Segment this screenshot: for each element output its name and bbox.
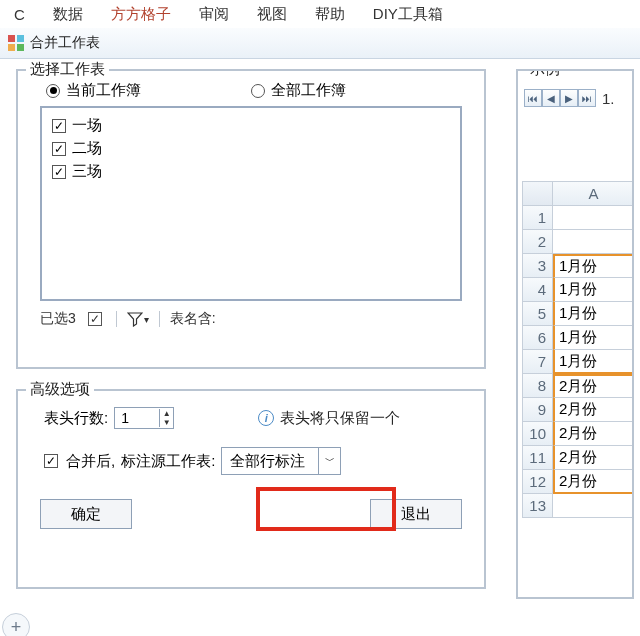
menu-item-c[interactable]: C [14, 6, 25, 23]
worksheet-list[interactable]: 一场 二场 三场 [40, 106, 462, 301]
annotate-select-value: 全部行标注 [222, 452, 318, 471]
menu-item-review[interactable]: 审阅 [199, 5, 229, 24]
list-item-label: 二场 [72, 139, 102, 158]
info-icon: i [258, 410, 274, 426]
row-header[interactable]: 7 [523, 350, 553, 374]
cell[interactable]: 1月份 [553, 302, 634, 326]
dialog-titlebar: 合并工作表 [0, 28, 640, 59]
header-rows-stepper[interactable]: 1 ▲ ▼ [114, 407, 174, 429]
spin-up-icon[interactable]: ▲ [160, 409, 173, 418]
radio-current-workbook[interactable]: 当前工作簿 [46, 81, 141, 100]
row-header[interactable]: 2 [523, 230, 553, 254]
grid-corner[interactable] [523, 182, 553, 206]
funnel-icon [127, 311, 143, 327]
radio-all-workbooks[interactable]: 全部工作簿 [251, 81, 346, 100]
cell[interactable] [553, 230, 634, 254]
header-rows-label: 表头行数: [44, 409, 108, 428]
selected-count-label: 已选3 [40, 310, 76, 328]
annotate-select[interactable]: 全部行标注 ﹀ [221, 447, 341, 475]
nav-page-label: 1. [602, 90, 615, 107]
select-all-button[interactable] [84, 309, 106, 329]
menu-item-data[interactable]: 数据 [53, 5, 83, 24]
cell[interactable]: 1月份 [553, 254, 634, 278]
radio-current-label: 当前工作簿 [66, 81, 141, 100]
advanced-options-panel: 高级选项 表头行数: 1 ▲ ▼ i 表头将只保留一个 合并后, 标注源工作表:… [16, 389, 486, 589]
checkbox-icon[interactable] [52, 119, 66, 133]
cell[interactable]: 1月份 [553, 350, 634, 374]
cell[interactable]: 1月份 [553, 278, 634, 302]
separator [116, 311, 117, 327]
row-header[interactable]: 13 [523, 494, 553, 518]
menu-item-diy[interactable]: DIY工具箱 [373, 5, 443, 24]
select-legend: 选择工作表 [26, 60, 109, 79]
add-row-button[interactable]: + [2, 613, 30, 636]
select-status-line: 已选3 ▾ 表名含: [40, 309, 462, 329]
list-item-label: 三场 [72, 162, 102, 181]
ok-button[interactable]: 确定 [40, 499, 132, 529]
radio-dot-icon [46, 84, 60, 98]
nav-next-button[interactable]: ▶ [560, 89, 578, 107]
sheet-tab-nav: ⏮ ◀ ▶ ⏭ 1. [524, 89, 632, 107]
list-item[interactable]: 一场 [52, 114, 450, 137]
chevron-down-icon: ﹀ [318, 448, 340, 474]
column-header-a[interactable]: A [553, 182, 634, 206]
check-icon [88, 312, 102, 326]
row-header[interactable]: 4 [523, 278, 553, 302]
dialog-title: 合并工作表 [30, 34, 100, 52]
row-header[interactable]: 3 [523, 254, 553, 278]
table-alias-label: 表名含: [170, 310, 216, 328]
row-header[interactable]: 6 [523, 326, 553, 350]
dialog-body: 选择工作表 当前工作簿 全部工作簿 一场 二场 三场 [0, 59, 640, 635]
merge-label: 合并后, [66, 452, 115, 471]
cell[interactable] [553, 206, 634, 230]
cell[interactable]: 2月份 [553, 446, 634, 470]
example-grid: A 1 2 31月份 41月份 51月份 61月份 71月份 82月份 92月份… [522, 181, 634, 518]
row-header[interactable]: 1 [523, 206, 553, 230]
checkbox-icon[interactable] [52, 142, 66, 156]
ribbon-menubar: C 数据 方方格子 审阅 视图 帮助 DIY工具箱 [0, 0, 640, 28]
header-rows-value: 1 [115, 410, 159, 426]
svg-rect-1 [17, 35, 24, 42]
menu-item-view[interactable]: 视图 [257, 5, 287, 24]
row-header[interactable]: 12 [523, 470, 553, 494]
svg-rect-2 [8, 44, 15, 51]
row-header[interactable]: 10 [523, 422, 553, 446]
menu-item-help[interactable]: 帮助 [315, 5, 345, 24]
app-icon [8, 35, 24, 51]
nav-last-button[interactable]: ⏭ [578, 89, 596, 107]
cell[interactable]: 2月份 [553, 470, 634, 494]
list-item-label: 一场 [72, 116, 102, 135]
radio-all-label: 全部工作簿 [271, 81, 346, 100]
row-header[interactable]: 11 [523, 446, 553, 470]
svg-rect-0 [8, 35, 15, 42]
row-header[interactable]: 8 [523, 374, 553, 398]
list-item[interactable]: 三场 [52, 160, 450, 183]
select-worksheet-panel: 选择工作表 当前工作簿 全部工作簿 一场 二场 三场 [16, 69, 486, 369]
spin-down-icon[interactable]: ▼ [160, 418, 173, 427]
annotate-label: 标注源工作表: [121, 452, 215, 471]
nav-prev-button[interactable]: ◀ [542, 89, 560, 107]
cell[interactable]: 2月份 [553, 398, 634, 422]
example-panel: 示例 ⏮ ◀ ▶ ⏭ 1. A 1 2 31月份 41月份 51月份 61月份 … [516, 69, 634, 599]
list-item[interactable]: 二场 [52, 137, 450, 160]
cell[interactable]: 2月份 [553, 422, 634, 446]
exit-button[interactable]: 退出 [370, 499, 462, 529]
example-legend: 示例 [526, 69, 564, 79]
checkbox-icon[interactable] [52, 165, 66, 179]
cell[interactable] [553, 494, 634, 518]
separator [159, 311, 160, 327]
radio-dot-icon [251, 84, 265, 98]
svg-rect-3 [17, 44, 24, 51]
filter-button[interactable]: ▾ [127, 309, 149, 329]
cell[interactable]: 2月份 [553, 374, 634, 398]
menu-item-ffgz[interactable]: 方方格子 [111, 5, 171, 24]
row-header[interactable]: 5 [523, 302, 553, 326]
nav-first-button[interactable]: ⏮ [524, 89, 542, 107]
row-header[interactable]: 9 [523, 398, 553, 422]
merge-checkbox[interactable] [44, 454, 58, 468]
cell[interactable]: 1月份 [553, 326, 634, 350]
header-hint-text: 表头将只保留一个 [280, 409, 400, 428]
